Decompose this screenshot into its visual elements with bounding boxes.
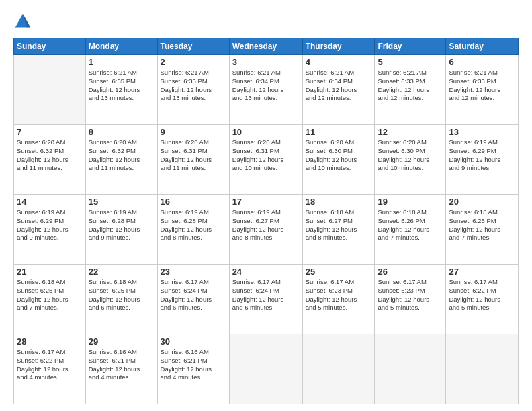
day-info: Sunrise: 6:19 AM Sunset: 6:28 PM Dayligh… (89, 208, 154, 242)
calendar-cell: 23Sunrise: 6:17 AM Sunset: 6:24 PM Dayli… (157, 265, 229, 334)
calendar-cell: 29Sunrise: 6:16 AM Sunset: 6:21 PM Dayli… (85, 334, 157, 404)
calendar-cell: 26Sunrise: 6:17 AM Sunset: 6:23 PM Dayli… (375, 265, 446, 334)
day-number: 7 (17, 127, 83, 137)
day-info: Sunrise: 6:19 AM Sunset: 6:27 PM Dayligh… (232, 208, 300, 242)
day-info: Sunrise: 6:17 AM Sunset: 6:23 PM Dayligh… (378, 278, 443, 312)
day-number: 8 (89, 127, 154, 137)
calendar-cell: 16Sunrise: 6:19 AM Sunset: 6:28 PM Dayli… (157, 195, 229, 265)
page: SundayMondayTuesdayWednesdayThursdayFrid… (0, 0, 532, 411)
day-number: 11 (306, 127, 372, 137)
calendar-cell: 27Sunrise: 6:17 AM Sunset: 6:22 PM Dayli… (446, 265, 519, 334)
day-info: Sunrise: 6:18 AM Sunset: 6:25 PM Dayligh… (17, 278, 83, 312)
calendar-cell: 24Sunrise: 6:17 AM Sunset: 6:24 PM Dayli… (229, 265, 302, 334)
day-info: Sunrise: 6:20 AM Sunset: 6:32 PM Dayligh… (89, 138, 154, 173)
day-info: Sunrise: 6:20 AM Sunset: 6:30 PM Dayligh… (306, 138, 372, 173)
day-info: Sunrise: 6:21 AM Sunset: 6:34 PM Dayligh… (232, 68, 300, 103)
day-number: 9 (161, 127, 226, 137)
day-info: Sunrise: 6:17 AM Sunset: 6:24 PM Dayligh… (232, 278, 300, 312)
calendar-cell: 3Sunrise: 6:21 AM Sunset: 6:34 PM Daylig… (229, 55, 302, 125)
day-info: Sunrise: 6:17 AM Sunset: 6:24 PM Dayligh… (161, 278, 226, 312)
day-number: 6 (449, 57, 515, 67)
day-info: Sunrise: 6:18 AM Sunset: 6:26 PM Dayligh… (449, 208, 515, 242)
day-info: Sunrise: 6:18 AM Sunset: 6:26 PM Dayligh… (378, 208, 443, 242)
calendar-cell: 22Sunrise: 6:18 AM Sunset: 6:25 PM Dayli… (85, 265, 157, 334)
weekday-header-row: SundayMondayTuesdayWednesdayThursdayFrid… (14, 38, 519, 55)
day-number: 10 (232, 127, 300, 137)
day-info: Sunrise: 6:16 AM Sunset: 6:21 PM Dayligh… (161, 348, 226, 382)
weekday-header-tuesday: Tuesday (157, 38, 229, 55)
day-info: Sunrise: 6:19 AM Sunset: 6:28 PM Dayligh… (161, 208, 226, 242)
day-info: Sunrise: 6:16 AM Sunset: 6:21 PM Dayligh… (89, 348, 154, 382)
day-number: 16 (161, 197, 226, 207)
calendar-cell: 9Sunrise: 6:20 AM Sunset: 6:31 PM Daylig… (157, 125, 229, 195)
day-info: Sunrise: 6:20 AM Sunset: 6:31 PM Dayligh… (232, 138, 300, 173)
weekday-header-friday: Friday (375, 38, 446, 55)
day-info: Sunrise: 6:21 AM Sunset: 6:34 PM Dayligh… (306, 68, 372, 103)
calendar-cell: 5Sunrise: 6:21 AM Sunset: 6:33 PM Daylig… (375, 55, 446, 125)
day-number: 24 (232, 267, 300, 277)
day-number: 5 (378, 57, 443, 67)
calendar-cell: 7Sunrise: 6:20 AM Sunset: 6:32 PM Daylig… (14, 125, 86, 195)
day-info: Sunrise: 6:21 AM Sunset: 6:35 PM Dayligh… (89, 68, 154, 103)
day-info: Sunrise: 6:20 AM Sunset: 6:30 PM Dayligh… (378, 138, 443, 173)
weekday-header-thursday: Thursday (302, 38, 375, 55)
calendar-week-row: 28Sunrise: 6:17 AM Sunset: 6:22 PM Dayli… (14, 334, 519, 404)
calendar-cell (302, 334, 375, 404)
day-number: 23 (161, 267, 226, 277)
day-number: 19 (378, 197, 443, 207)
day-info: Sunrise: 6:20 AM Sunset: 6:31 PM Dayligh… (161, 138, 226, 173)
calendar-cell: 10Sunrise: 6:20 AM Sunset: 6:31 PM Dayli… (229, 125, 302, 195)
day-number: 14 (17, 197, 83, 207)
day-number: 25 (306, 267, 372, 277)
calendar-cell (375, 334, 446, 404)
day-info: Sunrise: 6:21 AM Sunset: 6:35 PM Dayligh… (161, 68, 226, 103)
day-info: Sunrise: 6:19 AM Sunset: 6:29 PM Dayligh… (449, 138, 515, 173)
calendar-cell (229, 334, 302, 404)
weekday-header-wednesday: Wednesday (229, 38, 302, 55)
calendar-cell: 2Sunrise: 6:21 AM Sunset: 6:35 PM Daylig… (157, 55, 229, 125)
day-number: 4 (306, 57, 372, 67)
calendar-cell: 18Sunrise: 6:18 AM Sunset: 6:27 PM Dayli… (302, 195, 375, 265)
logo (13, 12, 35, 31)
calendar-cell: 17Sunrise: 6:19 AM Sunset: 6:27 PM Dayli… (229, 195, 302, 265)
day-info: Sunrise: 6:19 AM Sunset: 6:29 PM Dayligh… (17, 208, 83, 242)
calendar-week-row: 7Sunrise: 6:20 AM Sunset: 6:32 PM Daylig… (14, 125, 519, 195)
calendar-cell: 8Sunrise: 6:20 AM Sunset: 6:32 PM Daylig… (85, 125, 157, 195)
calendar-cell: 4Sunrise: 6:21 AM Sunset: 6:34 PM Daylig… (302, 55, 375, 125)
day-number: 1 (89, 57, 154, 67)
calendar-cell: 15Sunrise: 6:19 AM Sunset: 6:28 PM Dayli… (85, 195, 157, 265)
calendar-cell: 19Sunrise: 6:18 AM Sunset: 6:26 PM Dayli… (375, 195, 446, 265)
calendar-cell: 1Sunrise: 6:21 AM Sunset: 6:35 PM Daylig… (85, 55, 157, 125)
day-number: 15 (89, 197, 154, 207)
calendar-cell: 11Sunrise: 6:20 AM Sunset: 6:30 PM Dayli… (302, 125, 375, 195)
calendar-week-row: 21Sunrise: 6:18 AM Sunset: 6:25 PM Dayli… (14, 265, 519, 334)
day-number: 2 (161, 57, 226, 67)
day-number: 28 (17, 336, 83, 347)
day-info: Sunrise: 6:18 AM Sunset: 6:25 PM Dayligh… (89, 278, 154, 312)
day-number: 12 (378, 127, 443, 137)
day-number: 18 (306, 197, 372, 207)
day-info: Sunrise: 6:21 AM Sunset: 6:33 PM Dayligh… (449, 68, 515, 103)
calendar-cell: 21Sunrise: 6:18 AM Sunset: 6:25 PM Dayli… (14, 265, 86, 334)
day-number: 3 (232, 57, 300, 67)
calendar-cell: 6Sunrise: 6:21 AM Sunset: 6:33 PM Daylig… (446, 55, 519, 125)
calendar-cell: 20Sunrise: 6:18 AM Sunset: 6:26 PM Dayli… (446, 195, 519, 265)
calendar-cell (14, 55, 86, 125)
header (13, 12, 519, 31)
weekday-header-monday: Monday (85, 38, 157, 55)
day-number: 22 (89, 267, 154, 277)
calendar-week-row: 14Sunrise: 6:19 AM Sunset: 6:29 PM Dayli… (14, 195, 519, 265)
day-number: 29 (89, 336, 154, 347)
day-number: 21 (17, 267, 83, 277)
day-number: 17 (232, 197, 300, 207)
calendar-cell: 28Sunrise: 6:17 AM Sunset: 6:22 PM Dayli… (14, 334, 86, 404)
calendar-cell: 13Sunrise: 6:19 AM Sunset: 6:29 PM Dayli… (446, 125, 519, 195)
calendar-cell: 12Sunrise: 6:20 AM Sunset: 6:30 PM Dayli… (375, 125, 446, 195)
day-info: Sunrise: 6:17 AM Sunset: 6:23 PM Dayligh… (306, 278, 372, 312)
calendar-table: SundayMondayTuesdayWednesdayThursdayFrid… (13, 38, 519, 404)
day-info: Sunrise: 6:21 AM Sunset: 6:33 PM Dayligh… (378, 68, 443, 103)
calendar-cell: 25Sunrise: 6:17 AM Sunset: 6:23 PM Dayli… (302, 265, 375, 334)
day-number: 20 (449, 197, 515, 207)
day-number: 13 (449, 127, 515, 137)
day-number: 30 (161, 336, 226, 347)
